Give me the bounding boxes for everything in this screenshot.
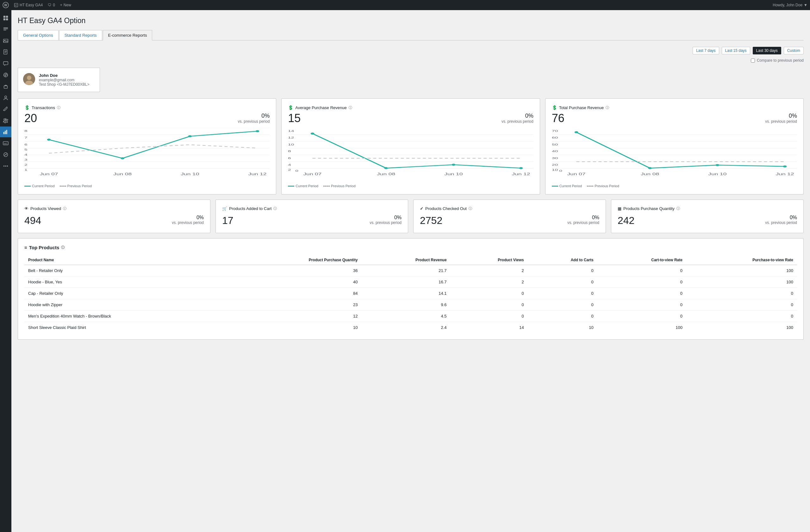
cell-purchase-view-rate: 100 xyxy=(686,322,797,333)
sidebar-icon-pages[interactable] xyxy=(0,47,11,57)
sm-change-purchase-quantity: 0% vs. previous period xyxy=(765,215,797,225)
cell-purchase-qty: 40 xyxy=(232,277,362,288)
sidebar-icon-tools[interactable] xyxy=(0,104,11,115)
cart-icon: 🛒 xyxy=(222,206,227,211)
tab-general[interactable]: General Options xyxy=(18,30,59,40)
sidebar-icon-users[interactable] xyxy=(0,93,11,103)
btn-custom[interactable]: Custom xyxy=(784,47,804,54)
sm-header-products-viewed: 👁 Products Viewed ⓘ xyxy=(25,206,204,211)
cell-purchase-qty: 84 xyxy=(232,288,362,299)
sidebar-icon-analytics[interactable] xyxy=(0,127,11,137)
svg-point-91 xyxy=(783,165,787,167)
btn-7days[interactable]: Last 7 days xyxy=(693,47,719,54)
wp-logo-item[interactable]: W xyxy=(2,2,9,8)
btn-30days[interactable]: Last 30 days xyxy=(753,47,781,54)
svg-text:6: 6 xyxy=(288,156,291,160)
content-area: Last 7 days Last 15 days Last 30 days Cu… xyxy=(18,40,804,340)
metric-card-total-revenue: 💲 Total Purchase Revenue ⓘ 76 0% vs. pre… xyxy=(545,98,804,195)
metric-value-avg-revenue: 15 xyxy=(288,113,301,124)
cell-revenue: 2.4 xyxy=(361,322,450,333)
sidebar-icon-media[interactable] xyxy=(0,35,11,46)
cell-purchase-view-rate: 0 xyxy=(686,311,797,322)
svg-text:Jun 08: Jun 08 xyxy=(641,172,659,175)
sidebar-icon-settings[interactable] xyxy=(0,115,11,126)
cell-views: 14 xyxy=(451,322,528,333)
compare-label[interactable]: Compare to previous period xyxy=(757,58,804,63)
chart-legend-total-revenue: Current Period Previous Period xyxy=(552,184,797,188)
svg-point-32 xyxy=(3,165,5,167)
site-name[interactable]: HT HT Easy GA4 xyxy=(14,3,43,7)
sidebar-icon-misc[interactable] xyxy=(0,161,11,171)
svg-text:Jun 08: Jun 08 xyxy=(377,172,395,175)
legend-swatch-previous-2 xyxy=(323,186,330,187)
legend-current-3: Current Period xyxy=(552,184,582,188)
tab-ecommerce[interactable]: E-commerce Reports xyxy=(103,30,152,40)
user-email: example@gmail.com xyxy=(39,78,89,82)
user-card: John Doe example@gmail.com Test Shop <G-… xyxy=(18,68,100,92)
sidebar-icon-dashboard[interactable] xyxy=(0,13,11,23)
table-row: Belt - Retailer Only 36 21.7 2 0 0 100 xyxy=(25,265,797,277)
cell-views: 2 xyxy=(451,265,528,277)
metric-help-total-revenue[interactable]: ⓘ xyxy=(605,105,609,110)
table-row: Hoodie with Zipper 23 9.6 0 0 0 0 xyxy=(25,299,797,311)
admin-bar: W HT HT Easy GA4 🗨 0 + New Howdy, John D… xyxy=(0,0,810,10)
table-help[interactable]: ⓘ xyxy=(61,245,65,250)
user-name: John Doe xyxy=(39,73,89,78)
cell-cart-view-rate: 0 xyxy=(597,277,686,288)
cell-add-to-carts: 10 xyxy=(528,322,597,333)
svg-text:Jun 10: Jun 10 xyxy=(708,172,727,175)
legend-previous-2: Previous Period xyxy=(323,184,356,188)
sm-help-products-viewed[interactable]: ⓘ xyxy=(63,206,66,211)
metric-value-row-transactions: 20 0% vs. previous period xyxy=(25,113,270,124)
metric-header-total-revenue: 💲 Total Purchase Revenue ⓘ xyxy=(552,105,797,110)
col-purchase-qty: Product Purchase Quantity xyxy=(232,255,362,265)
metric-header-transactions: 💲 Transactions ⓘ xyxy=(25,105,270,110)
sidebar-icon-woo[interactable]: WC xyxy=(0,138,11,149)
sidebar-icon-appearance[interactable] xyxy=(0,70,11,80)
svg-rect-9 xyxy=(3,29,8,29)
cell-views: 0 xyxy=(451,311,528,322)
sidebar-icon-ga4[interactable] xyxy=(0,149,11,160)
svg-rect-25 xyxy=(3,132,4,134)
compare-checkbox[interactable] xyxy=(751,59,755,63)
new-item[interactable]: + New xyxy=(60,3,71,7)
sidebar-icon-posts[interactable] xyxy=(0,24,11,35)
cell-revenue: 16.7 xyxy=(361,277,450,288)
sidebar-icon-comments[interactable] xyxy=(0,58,11,69)
cell-revenue: 9.6 xyxy=(361,299,450,311)
chart-total-revenue: Jun 07 Jun 08 Jun 10 Jun 12 70 60 50 40 … xyxy=(552,128,797,182)
controls-row: Last 7 days Last 15 days Last 30 days Cu… xyxy=(18,47,804,57)
howdy-user[interactable]: Howdy, John Doe ▼ xyxy=(773,3,808,7)
products-table: Product Name Product Purchase Quantity P… xyxy=(25,255,797,333)
small-metric-products-viewed: 👁 Products Viewed ⓘ 494 0% vs. previous … xyxy=(18,200,210,233)
svg-text:2: 2 xyxy=(288,168,291,171)
metric-change-total-revenue: 0% vs. previous period xyxy=(765,113,797,124)
sm-value-checked-out: 2752 xyxy=(420,215,442,227)
svg-text:4: 4 xyxy=(288,163,291,166)
avatar xyxy=(23,73,35,85)
cell-purchase-view-rate: 100 xyxy=(686,277,797,288)
comments-item[interactable]: 🗨 0 xyxy=(48,3,55,7)
cell-purchase-view-rate: 0 xyxy=(686,299,797,311)
sm-help-purchase-quantity[interactable]: ⓘ xyxy=(677,206,680,211)
btn-15days[interactable]: Last 15 days xyxy=(722,47,750,54)
grid-icon: ▦ xyxy=(618,206,621,211)
metric-title-transactions: Transactions xyxy=(32,105,55,110)
sm-help-added-to-cart[interactable]: ⓘ xyxy=(273,206,277,211)
svg-text:12: 12 xyxy=(288,136,294,139)
metric-help-avg-revenue[interactable]: ⓘ xyxy=(349,105,352,110)
svg-point-68 xyxy=(452,164,456,166)
metric-help-transactions[interactable]: ⓘ xyxy=(57,105,61,110)
svg-text:10: 10 xyxy=(552,168,558,171)
legend-swatch-previous xyxy=(60,186,66,187)
tab-standard[interactable]: Standard Reports xyxy=(59,30,102,40)
dollar-icon-3: 💲 xyxy=(552,105,557,110)
svg-text:40: 40 xyxy=(552,149,558,153)
svg-rect-11 xyxy=(3,39,8,43)
col-purchase-view-rate: Purchase-to-view Rate xyxy=(686,255,797,265)
svg-text:Jun 07: Jun 07 xyxy=(304,172,322,175)
svg-rect-22 xyxy=(6,85,6,86)
sidebar-icon-plugins[interactable] xyxy=(0,81,11,92)
sm-help-checked-out[interactable]: ⓘ xyxy=(469,206,472,211)
svg-point-69 xyxy=(519,167,523,169)
